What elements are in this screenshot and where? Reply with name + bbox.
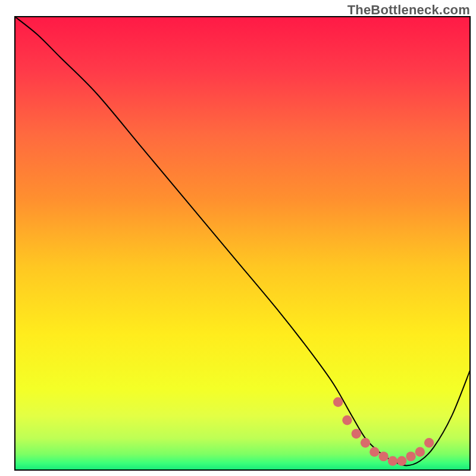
marker-dot xyxy=(352,429,361,439)
marker-dot xyxy=(388,456,397,466)
gradient-background xyxy=(15,17,470,470)
marker-dot xyxy=(424,438,434,447)
marker-dot xyxy=(342,415,352,425)
chart-stage: TheBottleneck.com xyxy=(0,0,476,476)
marker-dot xyxy=(415,447,425,456)
marker-dot xyxy=(406,452,415,461)
marker-dot xyxy=(397,456,406,466)
marker-dot xyxy=(333,397,343,407)
marker-dot xyxy=(369,447,379,456)
marker-dot xyxy=(378,452,388,461)
marker-dot xyxy=(361,438,370,447)
chart-svg xyxy=(0,0,476,476)
